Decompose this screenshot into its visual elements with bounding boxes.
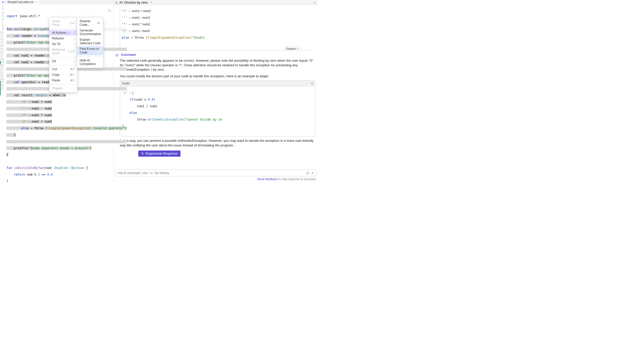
assistant-paragraph: You could modify the division part of yo… (120, 74, 315, 79)
menu-refactor[interactable]: Refactor› (49, 36, 77, 41)
chevron-right-icon: › (74, 43, 75, 46)
menu-quick-fixes[interactable]: Quick Fixes...⌥↩ (49, 18, 77, 28)
refresh-icon: ↻ (141, 152, 144, 155)
menu-ai-actions[interactable]: AI Actions ◎› (49, 30, 77, 36)
assistant-paragraph: In this way, you can prevent a possible … (120, 138, 315, 147)
close-icon[interactable]: × (36, 0, 37, 4)
ai-icon: ◎ (115, 1, 118, 4)
menu-plugins[interactable]: Plugins› (49, 85, 77, 91)
menu-goto[interactable]: Go To› (49, 41, 77, 47)
chevron-right-icon: › (74, 87, 75, 90)
menu-reformat[interactable]: Reformat Code⌥⇧F (49, 47, 77, 56)
chevron-right-icon: › (74, 31, 75, 34)
gutter-change-marker (0, 61, 1, 65)
regenerate-button[interactable]: ↻ Regenerate Response (138, 151, 181, 157)
menu-copy[interactable]: Copy⌘C (49, 72, 77, 78)
ai-tab-bar: ◎ AI: Division by zero × ＋ (114, 0, 318, 5)
editor-tab[interactable]: K • SimpleCalculator.kt × (0, 0, 40, 4)
ai-tab-title: AI: Division by zero (119, 1, 148, 4)
menu-paste[interactable]: Paste⌘V (49, 78, 77, 83)
ai-conversation: '+' → num1 + num2 '-' → num1 - num2 '*' … (114, 5, 318, 169)
feedback-link[interactable]: Send feedback (257, 177, 278, 181)
new-chat-icon[interactable]: ＋ (313, 0, 316, 5)
code-suggestion-body[interactable]: '/' → { if(num2 ≠ 0.0) num1 / num2 else … (120, 87, 315, 136)
submenu-explain[interactable]: Explain Selected Code (77, 37, 103, 46)
code-suggestion-block: Kotlin ⧉ '/' → { if(num2 ≠ 0.0) num1 / n… (120, 80, 315, 136)
modified-indicator: • (5, 0, 6, 4)
feedback-row: Send feedback to help improve AI assista… (114, 177, 318, 182)
gutter-change-marker (0, 81, 1, 95)
line-number-gutter: 2345678910111213141516171819202122232425… (0, 4, 6, 182)
menu-git[interactable]: Git› (49, 58, 77, 64)
assistant-paragraph: The selected code generally appears to b… (120, 58, 315, 72)
tab-filename: SimpleCalculator.kt (7, 0, 34, 4)
editor-tab-bar: K • SimpleCalculator.kt × (0, 0, 113, 4)
close-icon[interactable]: × (150, 1, 152, 4)
submenu-rewrite[interactable]: Rewrite Code...⌘. (77, 18, 103, 28)
mention-icon[interactable]: @ (306, 171, 309, 175)
ai-input-container: @ ➤ (115, 169, 316, 176)
submenu-find-errors[interactable]: Find Errors in Code (77, 46, 103, 55)
send-icon[interactable]: ➤ (311, 171, 314, 175)
copy-icon[interactable]: ⧉ (311, 82, 313, 85)
ai-icon: ◎ (68, 31, 69, 35)
menu-cut[interactable]: Cut⌘X (49, 66, 77, 72)
ai-prompt-input[interactable] (118, 171, 304, 175)
context-menu: Quick Fixes...⌥↩ AI Actions ◎› Refactor›… (49, 17, 77, 92)
chevron-right-icon: › (74, 37, 75, 40)
submenu-gendoc[interactable]: Generate Documentation (77, 28, 103, 37)
chevron-right-icon: › (74, 60, 75, 63)
expand-button[interactable]: Expand ⤢ (284, 47, 301, 51)
kotlin-file-icon: K (2, 1, 4, 4)
selected-code-preview: '+' → num1 + num2 '-' → num1 - num2 '*' … (120, 6, 311, 51)
ai-actions-submenu: Rewrite Code...⌘. Generate Documentation… (77, 17, 103, 68)
code-editor[interactable]: ✓ 23456789101112131415161718192021222324… (0, 4, 113, 182)
submenu-hide[interactable]: Hide AI Completion (77, 58, 103, 67)
ai-tab[interactable]: ◎ AI: Division by zero × (115, 1, 152, 4)
